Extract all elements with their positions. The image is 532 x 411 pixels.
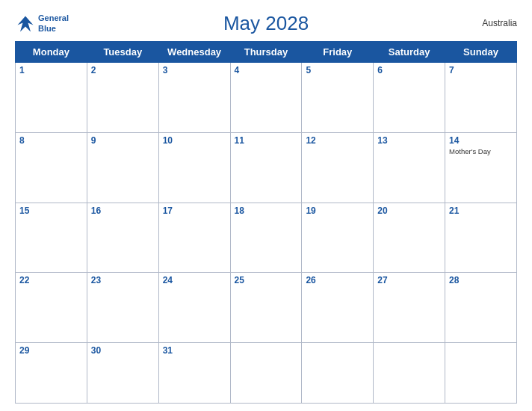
calendar-cell: 30	[87, 343, 158, 404]
day-number: 4	[235, 65, 298, 75]
calendar-cell: 5	[302, 63, 374, 133]
calendar-cell: 19	[302, 203, 374, 273]
weekday-header-saturday: Saturday	[374, 42, 445, 63]
day-number: 5	[306, 65, 369, 75]
day-number: 22	[19, 275, 83, 285]
day-number: 16	[91, 206, 155, 216]
calendar-cell: 14Mother's Day	[445, 132, 517, 203]
calendar-cell: 27	[374, 273, 445, 343]
calendar-cell: 22	[16, 273, 87, 343]
holiday-label: Mother's Day	[449, 147, 513, 155]
day-number: 9	[91, 135, 155, 146]
day-number: 3	[163, 65, 226, 75]
calendar-cell: 4	[230, 63, 302, 133]
day-number: 6	[377, 65, 441, 75]
calendar-cell: 25	[230, 273, 302, 343]
day-number: 29	[19, 345, 83, 356]
day-number: 31	[163, 345, 226, 356]
calendar-cell: 18	[230, 203, 302, 273]
day-number: 1	[19, 65, 83, 75]
logo: General Blue	[15, 13, 69, 34]
day-number: 2	[91, 65, 155, 75]
calendar-cell: 26	[302, 273, 374, 343]
calendar-cell: 9	[87, 132, 158, 203]
calendar-cell: 17	[158, 203, 230, 273]
calendar-cell: 7	[445, 63, 517, 133]
calendar-cell: 15	[16, 203, 87, 273]
logo-line2: Blue	[38, 24, 56, 33]
calendar-cell: 13	[374, 132, 445, 203]
day-number: 28	[449, 275, 513, 285]
calendar-cell: 2	[87, 63, 158, 133]
weekday-header-wednesday: Wednesday	[158, 42, 230, 63]
calendar-cell: 31	[158, 343, 230, 404]
weekday-header-sunday: Sunday	[445, 42, 517, 63]
calendar-cell: 8	[16, 132, 87, 203]
day-number: 15	[19, 206, 83, 216]
calendar-table: MondayTuesdayWednesdayThursdayFridaySatu…	[15, 41, 517, 404]
calendar-title: May 2028	[223, 12, 309, 35]
calendar-cell: 16	[87, 203, 158, 273]
calendar-cell: 12	[302, 132, 374, 203]
calendar-cell	[374, 343, 445, 404]
day-number: 19	[306, 206, 369, 216]
weekday-header-thursday: Thursday	[230, 42, 302, 63]
logo-text: General Blue	[38, 13, 69, 33]
calendar-cell: 10	[158, 132, 230, 203]
weekday-header-friday: Friday	[302, 42, 374, 63]
calendar-cell: 11	[230, 132, 302, 203]
country-label: Australia	[482, 18, 517, 28]
day-number: 21	[449, 206, 513, 216]
day-number: 14	[449, 135, 513, 146]
calendar-cell: 21	[445, 203, 517, 273]
logo-icon	[15, 13, 36, 34]
calendar-cell: 23	[87, 273, 158, 343]
day-number: 10	[163, 135, 226, 146]
day-number: 11	[235, 135, 298, 146]
calendar-cell: 28	[445, 273, 517, 343]
day-number: 17	[163, 206, 226, 216]
day-number: 25	[235, 275, 298, 285]
logo-line1: General	[38, 13, 69, 22]
calendar-cell: 3	[158, 63, 230, 133]
day-number: 23	[91, 275, 155, 285]
day-number: 12	[306, 135, 369, 146]
weekday-header-tuesday: Tuesday	[87, 42, 158, 63]
day-number: 26	[306, 275, 369, 285]
calendar-cell	[230, 343, 302, 404]
calendar-cell: 1	[16, 63, 87, 133]
day-number: 13	[377, 135, 441, 146]
calendar-cell	[302, 343, 374, 404]
calendar-cell: 29	[16, 343, 87, 404]
calendar-header-row: MondayTuesdayWednesdayThursdayFridaySatu…	[16, 42, 517, 63]
calendar-cell: 6	[374, 63, 445, 133]
day-number: 18	[235, 206, 298, 216]
day-number: 8	[19, 135, 83, 146]
day-number: 7	[449, 65, 513, 75]
day-number: 27	[377, 275, 441, 285]
day-number: 20	[377, 206, 441, 216]
svg-marker-0	[18, 16, 34, 31]
day-number: 30	[91, 345, 155, 356]
calendar-cell	[445, 343, 517, 404]
calendar-cell: 24	[158, 273, 230, 343]
calendar-header: General Blue May 2028 Australia	[15, 7, 517, 38]
calendar-cell: 20	[374, 203, 445, 273]
weekday-header-monday: Monday	[16, 42, 87, 63]
day-number: 24	[163, 275, 226, 285]
